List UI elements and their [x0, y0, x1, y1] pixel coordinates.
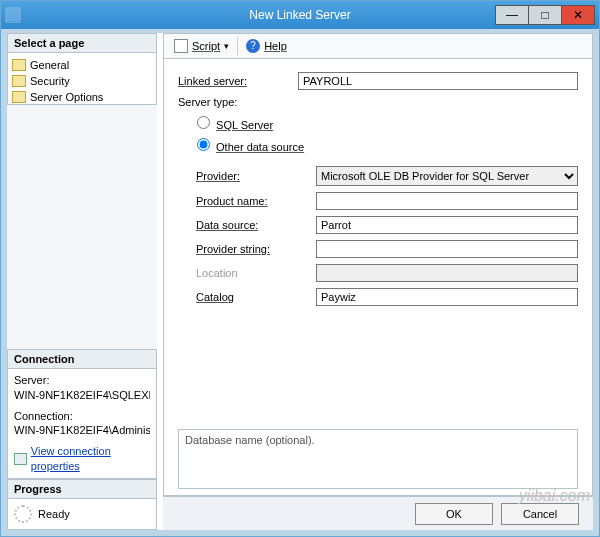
connection-header: Connection [7, 349, 157, 369]
left-panel: Select a page General Security Server Op… [7, 33, 157, 530]
product-name-input[interactable] [316, 192, 578, 210]
linked-server-label: Linked server: [178, 75, 298, 87]
provider-select[interactable]: Microsoft OLE DB Provider for SQL Server [316, 166, 578, 186]
page-label: General [30, 59, 69, 71]
script-label: Script [192, 40, 220, 52]
script-button[interactable]: Script ▾ [170, 38, 233, 54]
select-page-header: Select a page [7, 33, 157, 53]
description-box: Database name (optional). [178, 429, 578, 489]
linked-server-dialog: New Linked Server — □ ✕ Select a page Ge… [0, 0, 600, 537]
page-general[interactable]: General [10, 57, 154, 73]
close-button[interactable]: ✕ [561, 5, 595, 25]
page-icon [12, 75, 26, 87]
radio-sql-server[interactable]: SQL Server [192, 119, 273, 131]
catalog-input[interactable] [316, 288, 578, 306]
data-source-input[interactable] [316, 216, 578, 234]
radio-sql-server-row: SQL Server [192, 113, 578, 131]
location-input [316, 264, 578, 282]
progress-header: Progress [7, 479, 157, 499]
connection-label: Connection: [14, 409, 150, 424]
titlebar[interactable]: New Linked Server — □ ✕ [1, 1, 599, 29]
provider-string-input[interactable] [316, 240, 578, 258]
progress-state: Ready [38, 508, 70, 520]
progress-spinner-icon [14, 505, 32, 523]
radio-other-source[interactable]: Other data source [192, 141, 304, 153]
general-form: Linked server: Server type: SQL Server O… [163, 59, 593, 496]
location-label: Location [196, 267, 316, 279]
page-icon [12, 59, 26, 71]
page-server-options[interactable]: Server Options [10, 89, 154, 105]
script-icon [174, 39, 188, 53]
provider-string-label: Provider string: [196, 243, 316, 255]
help-icon: ? [246, 39, 260, 53]
connection-value: WIN-9NF1K82EIF4\Administrator [14, 423, 150, 438]
toolbar: Script ▾ ? Help [163, 33, 593, 59]
catalog-label: Catalog [196, 291, 316, 303]
linked-server-input[interactable] [298, 72, 578, 90]
radio-sql-server-input[interactable] [197, 116, 210, 129]
server-type-label: Server type: [178, 96, 298, 108]
radio-other-row: Other data source [192, 135, 578, 153]
dialog-footer: OK Cancel [163, 496, 593, 530]
maximize-button[interactable]: □ [528, 5, 562, 25]
help-label: Help [264, 40, 287, 52]
view-connection-properties-link[interactable]: View connection properties [31, 444, 150, 474]
page-security[interactable]: Security [10, 73, 154, 89]
right-panel: Script ▾ ? Help Linked server: Server ty… [163, 33, 593, 530]
app-icon [5, 7, 21, 23]
server-value: WIN-9NF1K82EIF4\SQLEXPRES [14, 388, 150, 403]
properties-icon [14, 453, 27, 465]
progress-pane: Ready [7, 499, 157, 530]
page-icon [12, 91, 26, 103]
product-name-label: Product name: [196, 195, 316, 207]
page-label: Server Options [30, 91, 103, 103]
server-label: Server: [14, 373, 150, 388]
radio-sql-label: SQL Server [216, 119, 273, 131]
connection-pane: Server: WIN-9NF1K82EIF4\SQLEXPRES Connec… [7, 369, 157, 479]
help-button[interactable]: ? Help [242, 38, 291, 54]
radio-other-label: Other data source [216, 141, 304, 153]
minimize-button[interactable]: — [495, 5, 529, 25]
page-label: Security [30, 75, 70, 87]
page-list: General Security Server Options [7, 53, 157, 105]
chevron-down-icon: ▾ [224, 41, 229, 51]
ok-button[interactable]: OK [415, 503, 493, 525]
provider-label: Provider: [196, 170, 316, 182]
data-source-label: Data source: [196, 219, 316, 231]
radio-other-input[interactable] [197, 138, 210, 151]
cancel-button[interactable]: Cancel [501, 503, 579, 525]
